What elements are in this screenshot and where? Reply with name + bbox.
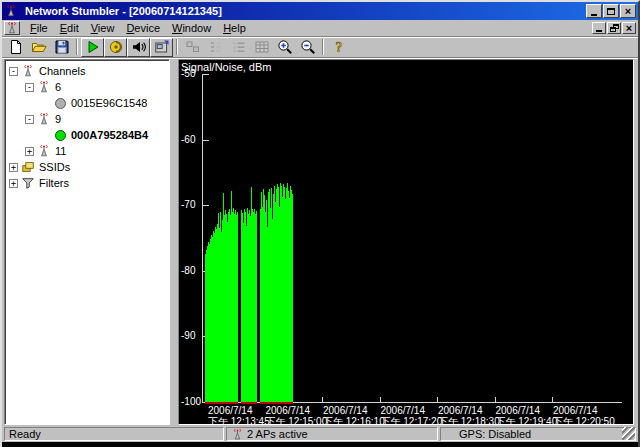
signal-bar (256, 211, 257, 402)
menu-help[interactable]: Help (217, 20, 252, 36)
app-window: Network Stumbler - [20060714121345] × Fi… (0, 0, 640, 447)
collapse-box[interactable]: - (9, 67, 18, 76)
start-scan-button[interactable] (81, 38, 104, 57)
antenna-icon (37, 144, 51, 158)
svg-text:?: ? (335, 40, 342, 55)
x-tick (552, 397, 553, 402)
main-content: -Channels-60015E96C1548-9000A795284B4+11… (2, 58, 638, 426)
ssids-icon (21, 160, 35, 174)
menu-device[interactable]: Device (120, 20, 166, 36)
minimize-button[interactable] (586, 4, 602, 18)
tree-item-11[interactable]: +11 (7, 143, 167, 159)
netstumbler-antenna-icon (4, 4, 18, 18)
menu-edit[interactable]: Edit (54, 20, 85, 36)
save-icon (54, 39, 70, 55)
y-tick-label: -80 (181, 265, 195, 276)
antenna-icon (37, 80, 51, 94)
maximize-button[interactable] (603, 4, 619, 18)
collapse-box[interactable]: - (25, 115, 34, 124)
menu-window[interactable]: Window (166, 20, 217, 36)
menu-file[interactable]: File (24, 20, 54, 36)
toolbar-separator (76, 39, 78, 55)
tree-item-ssids[interactable]: +SSIDs (7, 159, 167, 175)
signal-bar (237, 212, 238, 402)
help-icon: ? (331, 39, 347, 55)
panel-splitter[interactable] (170, 59, 178, 425)
tree-item-0015e96c1548[interactable]: 0015E96C1548 (7, 95, 167, 111)
status-aps: 2 APs active (226, 427, 438, 441)
speaker-button[interactable] (127, 38, 150, 57)
zoom-in-button[interactable] (273, 38, 296, 57)
x-tick-label: 2006/7/14下午 12:13:45 (208, 405, 270, 425)
x-tick-label: 2006/7/14下午 12:20:50 (553, 405, 615, 425)
tree-item-channels[interactable]: -Channels (7, 63, 167, 79)
y-axis (202, 74, 203, 402)
status-bar: Ready 2 APs active GPS: Disabled (2, 426, 638, 442)
zoom-out-button[interactable] (296, 38, 319, 57)
x-tick-label: 2006/7/14下午 12:17:20 (381, 405, 443, 425)
noise-line (205, 402, 238, 404)
desktop-strip (2, 442, 638, 447)
toolbar-separator (176, 39, 178, 55)
menu-view[interactable]: View (85, 20, 121, 36)
window-title: Network Stumbler - [20060714121345] (25, 5, 585, 17)
child-restore-button[interactable] (607, 22, 621, 34)
y-tick (202, 205, 209, 206)
child-minimize-button[interactable] (592, 22, 606, 34)
open-folder-button[interactable] (27, 38, 50, 57)
child-close-button[interactable]: × (622, 22, 636, 34)
view-details-icon (231, 39, 247, 55)
toolbar: ? (2, 37, 638, 58)
chart-plot: Signal/Noise, dBm -50-60-70-80-90-100200… (178, 59, 634, 425)
channel-tree: -Channels-60015E96C1548-9000A795284B4+11… (4, 59, 170, 425)
resize-grip[interactable] (622, 427, 635, 440)
help-button[interactable]: ? (327, 38, 350, 57)
options-icon (154, 39, 170, 55)
filter-icon (21, 176, 35, 190)
toolbar-separator (322, 39, 324, 55)
zoom-in-icon (277, 39, 293, 55)
x-tick (437, 397, 438, 402)
aps-antenna-icon (231, 428, 247, 441)
tree-item-9[interactable]: -9 (7, 111, 167, 127)
y-tick-label: -60 (181, 134, 195, 145)
document-antenna-icon[interactable] (4, 21, 20, 35)
gray-circle-icon (53, 96, 67, 110)
title-bar: Network Stumbler - [20060714121345] × (2, 2, 638, 20)
tree-item-label: 9 (55, 113, 61, 125)
start-scan-icon (85, 39, 101, 55)
options-button[interactable] (150, 38, 173, 57)
tree-item-6[interactable]: -6 (7, 79, 167, 95)
y-tick-label: -100 (181, 396, 201, 407)
status-ready: Ready (4, 427, 224, 441)
save-button[interactable] (50, 38, 73, 57)
x-tick-label: 2006/7/14下午 12:19:40 (496, 405, 558, 425)
tree-item-label: SSIDs (39, 161, 70, 173)
tree-item-000a795284b4[interactable]: 000A795284B4 (7, 127, 167, 143)
expand-box[interactable]: + (9, 179, 18, 188)
auto-reconfigure-icon (108, 39, 124, 55)
collapse-box[interactable]: - (25, 83, 34, 92)
x-tick-label: 2006/7/14下午 12:15:00 (266, 405, 328, 425)
expand-box[interactable]: + (9, 163, 18, 172)
tree-item-label: 6 (55, 81, 61, 93)
antenna-icon (21, 64, 35, 78)
x-tick-label: 2006/7/14下午 12:18:30 (438, 405, 500, 425)
tree-item-filters[interactable]: +Filters (7, 175, 167, 191)
y-tick-label: -70 (181, 199, 195, 210)
signal-bar (292, 194, 293, 402)
y-tick-label: -50 (181, 68, 195, 79)
open-folder-icon (31, 39, 47, 55)
close-button[interactable]: × (620, 4, 636, 18)
view-grid-button (250, 38, 273, 57)
aps-active-label: 2 APs active (247, 428, 308, 440)
tree-item-label: Filters (39, 177, 69, 189)
view-summary-button (181, 38, 204, 57)
new-document-button[interactable] (4, 38, 27, 57)
expand-box[interactable]: + (25, 147, 34, 156)
tree-item-label: 11 (55, 145, 66, 157)
auto-reconfigure-button[interactable] (104, 38, 127, 57)
view-summary-icon (185, 39, 201, 55)
x-tick (322, 397, 323, 402)
noise-line (260, 402, 293, 404)
